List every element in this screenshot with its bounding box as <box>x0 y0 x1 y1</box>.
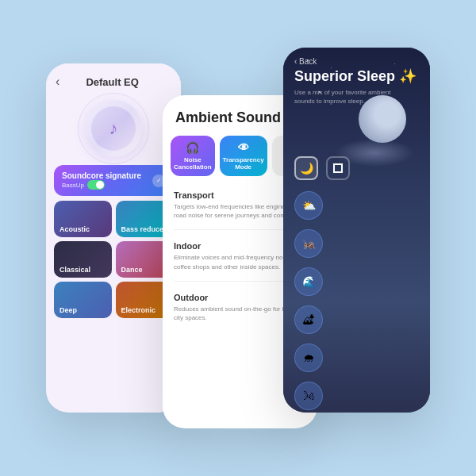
bassup-toggle[interactable] <box>87 180 105 190</box>
eq-bassup-row: BassUp <box>62 180 141 190</box>
sleep-card: ‹ Back Superior Sleep ✨ Use a mix of you… <box>283 48 430 413</box>
sleep-toggle-square[interactable] <box>326 156 350 180</box>
sleep-item-3: 🏕 <box>294 305 419 334</box>
tab-transparency-label: Transparency Mode <box>223 156 264 171</box>
eq-title: Default EQ <box>66 76 159 88</box>
tab-noise-label: Noise Cancellation <box>174 156 212 171</box>
tab-noise-cancellation[interactable]: 🎧 Noise Cancellation <box>171 136 215 176</box>
eq-signature-card[interactable]: Soundcore signature BassUp ✓ <box>54 165 173 196</box>
sleep-back-button[interactable]: ‹ Back <box>294 57 419 66</box>
sleep-item-icon-0[interactable]: ⛅ <box>294 191 323 220</box>
sleep-toggle-moon[interactable]: 🌙 <box>294 156 318 180</box>
eq-circle: ♪ <box>85 100 142 157</box>
sleep-item-1: 🦗 <box>294 229 419 258</box>
genre-electronic-label: Electronic <box>121 306 156 314</box>
eq-back-button[interactable]: ‹ <box>56 75 60 89</box>
genre-bass-label: Bass reducer <box>121 225 167 233</box>
tab-transparency[interactable]: 👁 Transparency Mode <box>220 136 267 176</box>
sleep-item-4: 🌧 <box>294 344 419 372</box>
sleep-item-0: ⛅ <box>294 191 419 220</box>
sleep-item-icon-2[interactable]: 🌊 <box>294 267 323 296</box>
sleep-item-icon-4[interactable]: 🌧 <box>294 344 323 372</box>
wave-icon: 🌊 <box>302 275 316 288</box>
transparency-icon: 👁 <box>238 141 249 154</box>
cricket-icon: 🦗 <box>302 237 316 250</box>
eq-header: ‹ Default EQ <box>46 63 181 95</box>
genre-deep-label: Deep <box>60 306 77 314</box>
genre-acoustic-label: Acoustic <box>60 225 90 233</box>
moon-icon: 🌙 <box>300 162 313 175</box>
genre-acoustic[interactable]: Acoustic <box>54 201 112 237</box>
sleep-subtitle: Use a mix of your favorite ambient sound… <box>294 88 397 106</box>
music-icon: ♪ <box>109 118 118 139</box>
eq-sig-info: Soundcore signature BassUp <box>62 171 141 190</box>
eq-circle-area: ♪ <box>46 95 181 165</box>
genre-deep[interactable]: Deep <box>54 282 112 318</box>
genre-dance-label: Dance <box>121 266 143 274</box>
campfire-icon: 🏕 <box>303 313 314 326</box>
eq-sig-name: Soundcore signature <box>62 171 141 180</box>
eq-card: ‹ Default EQ ♪ Soundcore signature BassU… <box>46 63 181 413</box>
sleep-items-list: ⛅ 🦗 🌊 🏕 🌧 <box>283 186 430 413</box>
wind-icon: 🌬 <box>303 390 314 402</box>
eq-genre-grid: Acoustic Bass reducer Classical Dance De… <box>46 201 181 318</box>
sleep-item-2: 🌊 <box>294 267 419 296</box>
genre-classical[interactable]: Classical <box>54 241 112 278</box>
rain-icon: 🌧 <box>303 351 314 364</box>
sleep-item-icon-5[interactable]: 🌬 <box>294 382 323 410</box>
genre-classical-label: Classical <box>60 266 90 274</box>
bassup-label: BassUp <box>62 182 84 189</box>
cloud-rain-icon: ⛅ <box>302 199 316 212</box>
sleep-header: ‹ Back Superior Sleep ✨ Use a mix of you… <box>283 48 430 110</box>
sleep-item-icon-3[interactable]: 🏕 <box>294 305 323 334</box>
sleep-item-5: 🌬 <box>294 382 419 410</box>
square-icon <box>333 163 343 173</box>
sleep-toggle-row: 🌙 <box>283 150 430 186</box>
sleep-item-icon-1[interactable]: 🦗 <box>294 229 323 258</box>
screens-container: ‹ Default EQ ♪ Soundcore signature BassU… <box>32 32 444 444</box>
noise-cancel-icon: 🎧 <box>186 141 199 154</box>
sleep-title: Superior Sleep ✨ <box>294 69 419 85</box>
